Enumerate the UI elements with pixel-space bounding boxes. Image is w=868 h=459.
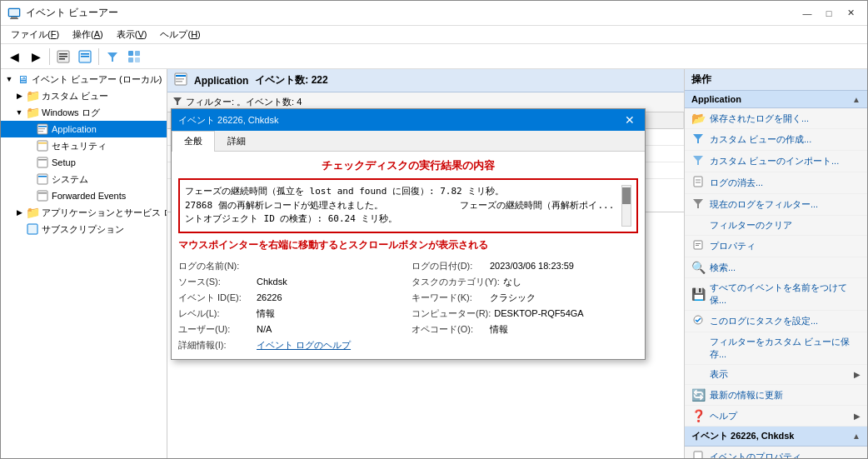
svg-rect-24 <box>37 174 47 184</box>
svg-marker-34 <box>693 134 703 143</box>
section-header-application[interactable]: Application ▲ <box>685 91 867 108</box>
task-icon <box>691 314 705 328</box>
tree-item-eventvwr[interactable]: ▼ 🖥 イベント ビューアー (ローカル) <box>1 71 167 87</box>
svg-rect-20 <box>37 141 47 151</box>
toolbar-btn4[interactable] <box>124 47 144 67</box>
tree-item-system[interactable]: システム <box>1 171 167 187</box>
folder-icon-customview: 📁 <box>26 89 39 102</box>
action-import-custom[interactable]: カスタム ビューのインポート... <box>685 151 867 172</box>
right-panel: 操作 Application ▲ 📂 保存されたログを開く... カスタム ビュ… <box>684 69 867 459</box>
toolbar-btn1[interactable] <box>53 47 73 67</box>
action-open-saved[interactable]: 📂 保存されたログを開く... <box>685 108 867 129</box>
svg-rect-3 <box>9 9 19 16</box>
svg-rect-36 <box>694 177 702 187</box>
action-refresh[interactable]: 🔄 最新の情報に更新 <box>685 385 867 406</box>
section-title-application: Application <box>691 94 741 104</box>
toolbar-back[interactable]: ◀ <box>4 47 24 67</box>
action-save-events[interactable]: 💾 すべてのイベントを名前をつけて保... <box>685 278 867 311</box>
action-event-properties[interactable]: イベントのプロパティ <box>685 447 867 459</box>
action-help[interactable]: ❓ ヘルプ ▶ <box>685 406 867 427</box>
tree-item-security[interactable]: セキュリティ <box>1 137 167 154</box>
tab-general[interactable]: 全般 <box>172 131 215 152</box>
action-find[interactable]: 🔍 検索... <box>685 257 867 278</box>
filter-icon <box>172 96 182 108</box>
action-label-help: ヘルプ <box>710 410 737 422</box>
svg-rect-5 <box>59 53 67 55</box>
action-view[interactable]: 表示 ▶ <box>685 365 867 385</box>
action-clear-log[interactable]: ログの消去... <box>685 172 867 194</box>
link-more-info[interactable]: イベント ログのヘルプ <box>257 339 351 352</box>
svg-rect-31 <box>176 78 184 80</box>
svg-rect-25 <box>38 176 47 177</box>
dialog-body: チェックディスクの実行結果の内容 フェーズの継続時間（孤立を lost and … <box>172 152 645 359</box>
label-opcode: オペコード(O): <box>412 323 486 336</box>
log-icon-security <box>36 139 49 152</box>
menu-action[interactable]: 操作(A) <box>66 27 110 42</box>
tree-item-subscription[interactable]: サブスクリプション <box>1 221 167 237</box>
value-task-cat: なし <box>503 276 521 288</box>
filter-log-icon <box>691 197 705 212</box>
svg-rect-32 <box>176 81 182 82</box>
field-event-id: イベント ID(E): 26226 <box>178 291 405 305</box>
action-label-refresh: 最新の情報に更新 <box>710 389 783 402</box>
action-filter-log[interactable]: 現在のログをフィルター... <box>685 194 867 216</box>
toolbar-btn2[interactable] <box>75 47 95 67</box>
action-create-custom[interactable]: カスタム ビューの作成... <box>685 129 867 151</box>
field-log-name: ログの名前(N): <box>178 259 405 273</box>
actions-header: 操作 <box>685 69 867 91</box>
close-button[interactable]: ✕ <box>841 5 861 22</box>
tab-detail[interactable]: 詳細 <box>215 131 258 151</box>
tree-item-setup[interactable]: Setup <box>1 154 167 171</box>
menu-file[interactable]: ファイル(F) <box>4 27 66 42</box>
menu-help[interactable]: ヘルプ(H) <box>153 27 207 42</box>
maximize-button[interactable]: □ <box>819 5 839 22</box>
center-panel: Application イベント数: 222 フィルター: 。イベント数: 4 … <box>167 69 684 459</box>
label-task-cat: タスクのカテゴリ(Y): <box>412 276 500 288</box>
detail-fields: ログの名前(N): ログの日付(D): 2023/03/06 18:23:59 … <box>178 259 638 352</box>
window-title: イベント ビューアー <box>26 6 118 20</box>
tree-label-eventvwr: イベント ビューアー (ローカル) <box>32 73 162 86</box>
scrollbar[interactable] <box>621 185 631 227</box>
tree-label-customview: カスタム ビュー <box>42 90 108 102</box>
toolbar-separator <box>49 48 50 65</box>
svg-rect-7 <box>59 58 65 60</box>
svg-marker-11 <box>107 52 117 62</box>
svg-rect-6 <box>59 56 67 57</box>
dialog-tabs: 全般 詳細 <box>172 131 645 152</box>
svg-rect-26 <box>37 191 47 201</box>
tree-item-windowslog[interactable]: ▼ 📁 Windows ログ <box>1 104 167 121</box>
monitor-icon: 🖥 <box>16 72 29 86</box>
label-source: ソース(S): <box>178 276 253 288</box>
action-save-filter[interactable]: フィルターをカスタム ビューに保存... <box>685 332 867 365</box>
event-dialog: イベント 26226, Chkdsk ✕ 全般 詳細 チェックディスクの実行結果… <box>171 108 646 360</box>
action-label-attach-task: このログにタスクを設定... <box>710 315 818 327</box>
dialog-close-button[interactable]: ✕ <box>621 112 638 127</box>
section-header-event[interactable]: イベント 26226, Chkdsk ▲ <box>685 427 867 447</box>
svg-rect-21 <box>38 142 47 144</box>
action-label-filter-log: 現在のログをフィルター... <box>710 198 818 211</box>
tree-item-application[interactable]: Application <box>1 121 167 137</box>
open-icon: 📂 <box>691 112 705 125</box>
svg-rect-41 <box>696 243 701 244</box>
expander-appsvc: ▶ <box>14 207 24 217</box>
toolbar-filter[interactable] <box>102 47 122 67</box>
toolbar-forward[interactable]: ▶ <box>26 47 46 67</box>
tree-item-appsvc[interactable]: ▶ 📁 アプリケーションとサービス ログ <box>1 204 167 221</box>
refresh-icon: 🔄 <box>691 388 705 402</box>
tree-item-forwarded[interactable]: Forwarded Events <box>1 187 167 204</box>
window-controls: — □ ✕ <box>797 5 861 22</box>
action-attach-task[interactable]: このログにタスクを設定... <box>685 311 867 332</box>
icon-subscription <box>26 222 39 236</box>
tree-item-customview[interactable]: ▶ 📁 カスタム ビュー <box>1 87 167 104</box>
svg-marker-33 <box>173 97 182 105</box>
action-clear-filter[interactable]: フィルターのクリア <box>685 216 867 236</box>
tree-label-security: セキュリティ <box>52 140 107 152</box>
action-properties[interactable]: プロパティ <box>685 236 867 257</box>
save-events-icon: 💾 <box>691 287 705 301</box>
menu-view[interactable]: 表示(V) <box>110 27 154 42</box>
dialog-title-bar: イベント 26226, Chkdsk ✕ <box>172 109 645 131</box>
section-title-event: イベント 26226, Chkdsk <box>691 430 795 442</box>
title-bar-left: イベント ビューアー <box>7 6 118 20</box>
minimize-button[interactable]: — <box>797 5 817 22</box>
action-label-view: 表示 <box>710 368 728 381</box>
